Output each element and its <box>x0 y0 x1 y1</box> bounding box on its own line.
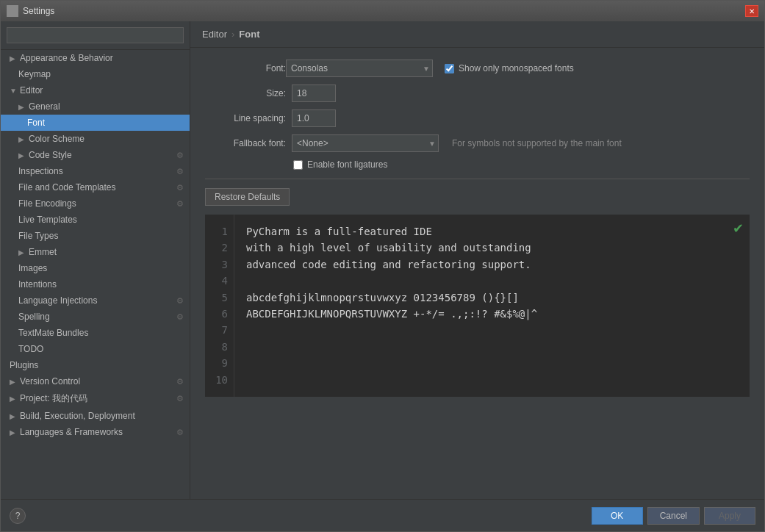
sidebar-item-label: Editor <box>20 85 43 96</box>
arrow-icon <box>10 428 17 436</box>
sidebar-item-label: Inspections <box>18 166 63 176</box>
ligatures-row: Enable font ligatures <box>293 159 750 170</box>
monospaced-label: Show only monospaced fonts <box>459 63 574 73</box>
help-button[interactable]: ? <box>10 508 26 524</box>
code-line <box>246 273 738 289</box>
sidebar-item-label: Plugins <box>10 360 38 370</box>
sidebar-item-label: Intentions <box>18 279 57 290</box>
sidebar-item-plugins[interactable]: Plugins <box>1 357 190 373</box>
sidebar-item-label: File and Code Templates <box>18 182 116 193</box>
sidebar-item-editor[interactable]: Editor <box>1 82 190 98</box>
code-line <box>246 322 738 338</box>
check-icon: ✔ <box>733 220 744 237</box>
sidebar-item-file-code-templates[interactable]: File and Code Templates ⚙ <box>1 179 190 195</box>
sidebar-item-label: Code Style <box>29 150 72 160</box>
line-spacing-input[interactable]: 1.0 <box>292 109 336 127</box>
sidebar-item-images[interactable]: Images <box>1 260 190 276</box>
sidebar-item-intentions[interactable]: Intentions <box>1 276 190 292</box>
sidebar-item-general[interactable]: General <box>1 98 190 115</box>
sidebar-item-todo[interactable]: TODO <box>1 341 190 357</box>
code-line: with a high level of usability and outst… <box>246 240 738 256</box>
size-input[interactable]: 18 <box>292 85 336 102</box>
size-label: Size: <box>205 88 286 98</box>
monospace-option: Show only monospaced fonts <box>445 63 574 73</box>
gear-icon: ⚙ <box>176 394 184 403</box>
sidebar-item-code-style[interactable]: Code Style ⚙ <box>1 147 190 163</box>
breadcrumb-parent: Editor <box>202 29 227 40</box>
sidebar-item-label: Build, Execution, Deployment <box>20 411 135 421</box>
sidebar-item-label: File Encodings <box>18 198 76 209</box>
ok-button[interactable]: OK <box>592 507 643 525</box>
sidebar-item-live-templates[interactable]: Live Templates <box>1 212 190 228</box>
fallback-font-label: Fallback font: <box>205 138 286 148</box>
window-title: Settings <box>23 6 741 16</box>
bottom-bar: ? OK Cancel Apply <box>1 499 764 531</box>
sidebar-item-label: Version Control <box>20 376 80 387</box>
sidebar-item-label: Images <box>18 263 47 273</box>
sidebar-item-emmet[interactable]: Emmet <box>1 244 190 260</box>
sidebar-item-languages-frameworks[interactable]: Languages & Frameworks ⚙ <box>1 424 190 440</box>
sidebar-item-label: Spelling <box>18 312 50 322</box>
sidebar-item-language-injections[interactable]: Language Injections ⚙ <box>1 292 190 309</box>
sidebar-item-version-control[interactable]: Version Control ⚙ <box>1 373 190 389</box>
fallback-font-select-wrapper: <None> ▼ <box>292 134 439 152</box>
code-line: PyCharm is a full-featured IDE <box>246 223 738 240</box>
code-content: PyCharm is a full-featured IDE with a hi… <box>234 215 750 397</box>
arrow-icon <box>18 151 26 159</box>
sidebar-item-textmate-bundles[interactable]: TextMate Bundles <box>1 325 190 341</box>
font-label: Font: <box>205 63 286 73</box>
arrow-icon <box>10 412 17 420</box>
sidebar-item-font[interactable]: Font <box>1 115 190 131</box>
preview-area: 1 2 3 4 5 6 7 8 9 10 PyCharm is a <box>205 215 750 397</box>
ligatures-checkbox[interactable] <box>293 160 303 170</box>
monospaced-checkbox[interactable] <box>445 64 454 73</box>
search-wrapper: 🔍 <box>7 27 184 43</box>
arrow-icon <box>10 87 17 95</box>
gear-icon: ⚙ <box>176 199 184 209</box>
fallback-font-select[interactable]: <None> <box>292 134 439 152</box>
settings-panel: Font: Consolas Courier New DejaVu Sans M… <box>190 48 764 499</box>
font-select[interactable]: Consolas Courier New DejaVu Sans Mono <box>286 60 433 77</box>
gear-icon: ⚙ <box>176 428 184 437</box>
sidebar-item-inspections[interactable]: Inspections ⚙ <box>1 163 190 179</box>
apply-button[interactable]: Apply <box>704 507 755 525</box>
title-bar: Settings ✕ <box>1 1 764 21</box>
arrow-icon <box>10 378 17 386</box>
sidebar-item-file-encodings[interactable]: File Encodings ⚙ <box>1 195 190 212</box>
ligatures-label: Enable font ligatures <box>307 159 387 170</box>
fallback-hint: For symbols not supported by the main fo… <box>452 138 622 148</box>
sidebar-item-label: Live Templates <box>18 215 77 225</box>
arrow-icon <box>10 54 17 62</box>
search-input[interactable] <box>7 27 184 43</box>
sidebar-item-spelling[interactable]: Spelling ⚙ <box>1 309 190 325</box>
sidebar: 🔍 Appearance & Behavior Keymap Editor Ge… <box>1 21 190 499</box>
sidebar-item-label: TextMate Bundles <box>18 328 88 338</box>
sidebar-item-keymap[interactable]: Keymap <box>1 66 190 82</box>
sidebar-item-build-exec-deploy[interactable]: Build, Execution, Deployment <box>1 408 190 424</box>
font-row: Font: Consolas Courier New DejaVu Sans M… <box>205 60 750 77</box>
breadcrumb: Editor › Font <box>190 21 764 48</box>
line-numbers: 1 2 3 4 5 6 7 8 9 10 <box>205 215 234 397</box>
sidebar-item-file-types[interactable]: File Types <box>1 228 190 244</box>
fallback-font-row: Fallback font: <None> ▼ For symbols not … <box>205 134 750 152</box>
restore-defaults-button[interactable]: Restore Defaults <box>205 188 290 206</box>
sidebar-item-label: TODO <box>18 344 43 354</box>
sidebar-item-label: General <box>29 101 60 112</box>
content-area: Editor › Font Font: Consolas Courier New… <box>190 21 764 499</box>
sidebar-item-appearance[interactable]: Appearance & Behavior <box>1 50 190 66</box>
sidebar-item-label: Font <box>27 118 45 128</box>
sidebar-item-label: Project: 我的代码 <box>20 392 87 405</box>
cancel-button[interactable]: Cancel <box>647 507 700 525</box>
breadcrumb-separator: › <box>231 29 234 40</box>
code-line: ABCDEFGHIJKLMNOPQRSTUVWXYZ +-*/= .,;:!? … <box>246 306 738 322</box>
close-button[interactable]: ✕ <box>745 5 758 17</box>
sidebar-item-label: Color Scheme <box>29 134 85 144</box>
sidebar-item-label: Emmet <box>29 247 57 257</box>
line-spacing-label: Line spacing: <box>205 113 286 123</box>
gear-icon: ⚙ <box>176 151 184 160</box>
sidebar-item-label: Keymap <box>18 69 51 79</box>
sidebar-item-project[interactable]: Project: 我的代码 ⚙ <box>1 389 190 408</box>
gear-icon: ⚙ <box>176 377 184 387</box>
arrow-icon <box>18 248 26 256</box>
sidebar-item-color-scheme[interactable]: Color Scheme <box>1 131 190 147</box>
